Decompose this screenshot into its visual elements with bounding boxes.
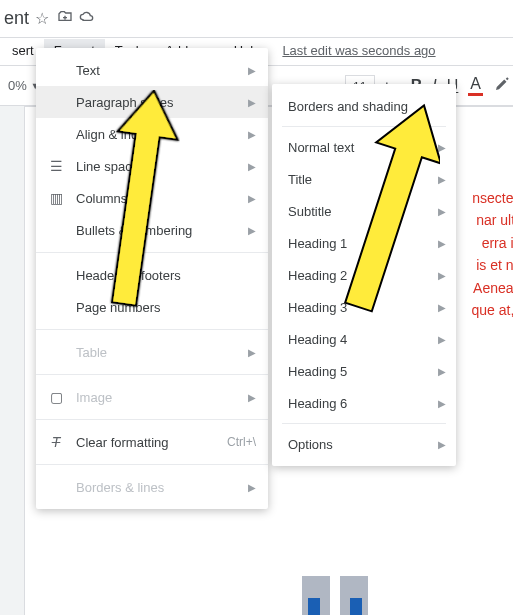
move-icon[interactable]	[57, 9, 73, 28]
clear-formatting-icon: T	[44, 434, 68, 450]
robot-legs-image	[290, 576, 380, 615]
submenu-options[interactable]: Options▶	[272, 428, 456, 460]
separator	[36, 464, 268, 465]
submenu-heading-4[interactable]: Heading 4▶	[272, 323, 456, 355]
separator	[36, 329, 268, 330]
submenu-heading-6[interactable]: Heading 6▶	[272, 387, 456, 419]
document-title-partial[interactable]: ent	[2, 8, 29, 29]
separator	[36, 419, 268, 420]
highlight-button[interactable]	[493, 75, 511, 97]
menu-text[interactable]: Text▶	[36, 54, 268, 86]
cloud-status-icon[interactable]	[79, 9, 95, 28]
svg-marker-1	[340, 100, 440, 318]
separator	[36, 374, 268, 375]
star-icon[interactable]: ☆	[35, 9, 49, 28]
last-edit-link[interactable]: Last edit was seconds ago	[282, 43, 435, 58]
svg-marker-0	[100, 90, 180, 308]
menu-clear-formatting[interactable]: TClear formattingCtrl+\	[36, 426, 268, 458]
text-color-button[interactable]: A	[468, 75, 483, 96]
columns-icon: ▥	[44, 190, 68, 206]
submenu-heading-5[interactable]: Heading 5▶	[272, 355, 456, 387]
annotation-arrow-2	[340, 100, 440, 320]
menu-borders-lines: Borders & lines▶	[36, 471, 268, 503]
menu-image: ▢Image▶	[36, 381, 268, 413]
separator	[282, 423, 446, 424]
line-spacing-icon: ☰	[44, 158, 68, 174]
annotation-arrow-1	[100, 90, 180, 310]
image-icon: ▢	[44, 389, 68, 405]
menu-table: Table▶	[36, 336, 268, 368]
